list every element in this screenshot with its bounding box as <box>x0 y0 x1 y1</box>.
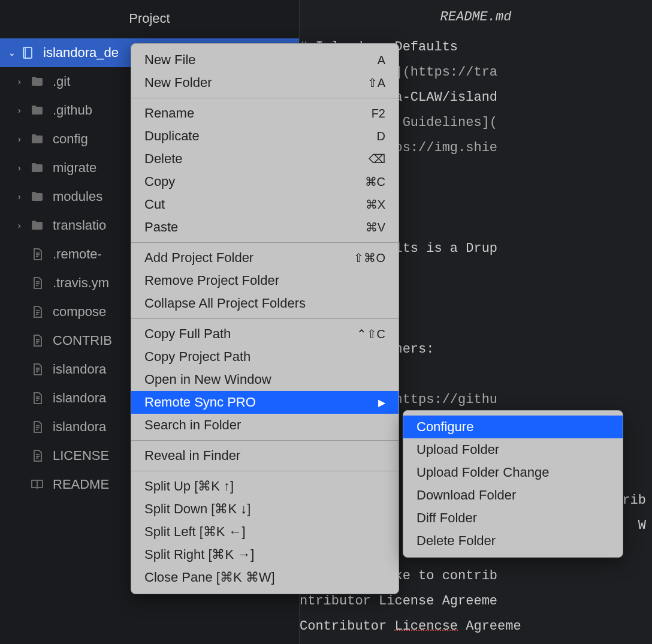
menu-item-label: Search in Folder <box>144 417 241 433</box>
file-icon <box>29 420 46 434</box>
menu-item-label: Delete Folder <box>416 533 496 549</box>
menu-item-split-down-k[interactable]: Split Down [⌘K ↓] <box>131 498 399 520</box>
shortcut-label: ⌃⇧C <box>352 327 385 341</box>
menu-item-split-left-k[interactable]: Split Left [⌘K ←] <box>131 520 399 543</box>
folder-icon <box>29 103 46 118</box>
menu-item-label: Configure <box>416 419 473 435</box>
folder-icon <box>29 218 46 233</box>
file-icon <box>29 362 46 377</box>
sidebar-title: Project <box>0 0 299 37</box>
submenu-item-delete-folder[interactable]: Delete Folder <box>403 529 623 552</box>
menu-item-new-folder[interactable]: New Folder⇧A <box>131 71 399 94</box>
shortcut-label: ⌫ <box>352 152 385 166</box>
menu-item-add-project-folder[interactable]: Add Project Folder⇧⌘O <box>131 246 399 269</box>
submenu-item-upload-folder[interactable]: Upload Folder <box>403 438 623 461</box>
menu-divider <box>131 440 399 441</box>
file-icon <box>29 391 46 405</box>
menu-item-delete[interactable]: Delete⌫ <box>131 148 399 170</box>
tree-item-label: translatio <box>53 218 106 233</box>
tree-item-label: modules <box>53 189 102 204</box>
menu-item-remove-project-folder[interactable]: Remove Project Folder <box>131 269 399 292</box>
submenu-item-configure[interactable]: Configure <box>403 416 623 438</box>
menu-item-cut[interactable]: Cut⌘X <box>131 193 399 216</box>
tree-item-label: README <box>53 477 109 492</box>
menu-item-close-pane-k-w[interactable]: Close Pane [⌘K ⌘W] <box>131 566 399 589</box>
chevron-right-icon: › <box>18 134 29 144</box>
folder-icon <box>29 74 46 89</box>
tree-item-label: compose <box>53 304 106 320</box>
menu-item-label: Delete <box>144 151 183 167</box>
menu-item-collapse-all-project-folders[interactable]: Collapse All Project Folders <box>131 292 399 315</box>
menu-item-label: Split Right [⌘K →] <box>144 547 254 562</box>
menu-item-label: Split Up [⌘K ↑] <box>144 479 234 494</box>
menu-item-split-right-k[interactable]: Split Right [⌘K →] <box>131 543 399 566</box>
chevron-right-icon: › <box>18 221 29 230</box>
menu-item-label: Collapse All Project Folders <box>144 296 306 311</box>
shortcut-label: D <box>352 130 385 143</box>
tree-item-label: islandora <box>53 390 106 406</box>
menu-item-label: Paste <box>144 219 178 235</box>
tree-item-label: CONTRIB <box>53 333 112 348</box>
tree-item-label: config <box>53 131 88 147</box>
editor-tab[interactable]: README.md <box>300 0 652 34</box>
menu-item-new-file[interactable]: New FileA <box>131 49 399 71</box>
file-icon <box>29 247 46 261</box>
file-icon <box>29 449 46 463</box>
menu-item-search-in-folder[interactable]: Search in Folder <box>131 414 399 437</box>
file-icon <box>29 305 46 319</box>
tree-item-label: islandora <box>53 419 106 435</box>
code-line: Contributor Licencse Agreeme <box>300 613 646 639</box>
submenu-item-upload-folder-change[interactable]: Upload Folder Change <box>403 461 623 484</box>
menu-item-label: Remote Sync PRO <box>144 395 256 410</box>
shortcut-label: ⇧A <box>352 76 385 90</box>
menu-item-label: New File <box>144 52 196 68</box>
menu-item-label: Copy <box>144 174 175 189</box>
submenu-item-download-folder[interactable]: Download Folder <box>403 484 623 507</box>
menu-item-remote-sync-pro[interactable]: Remote Sync PRO▶ <box>131 391 399 414</box>
file-icon <box>29 276 46 290</box>
tree-item-label: migrate <box>53 160 96 176</box>
menu-divider <box>131 471 399 471</box>
menu-item-label: Remove Project Folder <box>144 273 279 288</box>
menu-item-copy[interactable]: Copy⌘C <box>131 170 399 193</box>
menu-divider <box>131 98 399 98</box>
menu-item-label: Upload Folder Change <box>416 465 549 480</box>
tree-item-label: .git <box>53 74 70 89</box>
menu-item-duplicate[interactable]: DuplicateD <box>131 125 399 148</box>
shortcut-label: F2 <box>352 107 385 121</box>
menu-item-label: New Folder <box>144 75 212 91</box>
menu-item-paste[interactable]: Paste⌘V <box>131 216 399 239</box>
menu-item-rename[interactable]: RenameF2 <box>131 102 399 125</box>
menu-item-label: Copy Project Path <box>144 349 250 365</box>
chevron-down-icon: ⌄ <box>8 48 19 58</box>
menu-item-label: Reveal in Finder <box>144 448 240 464</box>
menu-item-split-up-k[interactable]: Split Up [⌘K ↑] <box>131 475 399 498</box>
shortcut-label: A <box>352 53 385 67</box>
context-submenu: ConfigureUpload FolderUpload Folder Chan… <box>403 410 623 558</box>
shortcut-label: ⇧⌘O <box>352 251 385 265</box>
shortcut-label: ⌘V <box>352 220 385 234</box>
submenu-item-diff-folder[interactable]: Diff Folder <box>403 507 623 529</box>
tree-item-label: LICENSE <box>53 448 109 464</box>
menu-item-copy-full-path[interactable]: Copy Full Path⌃⇧C <box>131 323 399 345</box>
context-menu: New FileANew Folder⇧ARenameF2DuplicateDD… <box>131 43 399 594</box>
menu-item-label: Open in New Window <box>144 372 271 387</box>
folder-icon <box>29 189 46 204</box>
menu-item-label: Copy Full Path <box>144 326 231 342</box>
submenu-arrow-icon: ▶ <box>378 397 385 408</box>
chevron-right-icon: › <box>18 163 29 173</box>
chevron-right-icon: › <box>18 192 29 201</box>
menu-item-label: Diff Folder <box>416 510 477 526</box>
chevron-right-icon: › <box>18 77 29 86</box>
tree-item-label: .travis.ym <box>53 275 109 291</box>
menu-item-label: Split Down [⌘K ↓] <box>144 501 250 517</box>
menu-item-reveal-in-finder[interactable]: Reveal in Finder <box>131 444 399 467</box>
menu-divider <box>131 242 399 243</box>
menu-item-open-in-new-window[interactable]: Open in New Window <box>131 368 399 391</box>
chevron-right-icon: › <box>18 106 29 115</box>
folder-icon <box>29 161 46 175</box>
menu-item-copy-project-path[interactable]: Copy Project Path <box>131 345 399 368</box>
menu-item-label: Download Folder <box>416 487 516 503</box>
menu-item-label: Duplicate <box>144 128 200 144</box>
tree-item-label: islandora_de <box>43 45 119 61</box>
